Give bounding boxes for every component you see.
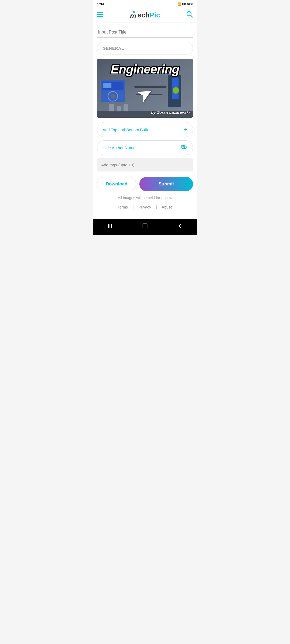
author-text: by Zoran Lazarevski (151, 110, 190, 115)
svg-rect-26 (110, 224, 110, 228)
svg-point-13 (111, 94, 115, 98)
battery-icon: 97% (187, 3, 193, 6)
svg-rect-27 (111, 224, 112, 228)
svg-rect-28 (143, 224, 147, 228)
submit-button[interactable]: Submit (139, 177, 193, 191)
app-logo: m ech Pic (129, 10, 160, 19)
nav-menu-icon[interactable] (107, 223, 113, 230)
bottom-buttons: Download Submit (97, 177, 193, 191)
wifi-icon: 📶 (177, 2, 181, 6)
main-content: GENERAL (93, 23, 197, 219)
status-time: 1:34 (97, 2, 104, 6)
logo-ech: ech (137, 11, 150, 19)
status-bar: 1:34 📶 HD 97% (93, 0, 197, 8)
search-icon[interactable] (186, 11, 193, 19)
eye-hidden-icon (180, 144, 187, 151)
image-preview: Engineering ➤ by Zoran Lazarevski (97, 59, 193, 118)
plus-icon: + (184, 126, 187, 133)
svg-rect-25 (108, 224, 109, 228)
nav-back-icon[interactable] (177, 223, 183, 230)
logo-pic: Pic (150, 11, 160, 19)
status-icons: 📶 HD 97% (177, 2, 193, 6)
hide-author-button[interactable]: Hide Author Name (97, 140, 193, 155)
svg-rect-0 (97, 12, 103, 13)
svg-line-6 (191, 15, 193, 17)
add-buffer-label: Add Top and Bottom Buffer (103, 127, 151, 132)
privacy-link[interactable]: Privacy (134, 205, 156, 209)
svg-text:m: m (130, 12, 136, 19)
abuse-link[interactable]: Abuse (157, 205, 177, 209)
image-title: Engineering (97, 62, 193, 76)
signal-icon: HD (182, 3, 186, 6)
hamburger-icon[interactable] (97, 12, 103, 19)
hide-author-label: Hide Author Name (103, 145, 136, 150)
svg-point-22 (173, 87, 179, 94)
post-title-input[interactable] (97, 27, 193, 38)
terms-link[interactable]: Terms (113, 205, 133, 209)
download-button[interactable]: Download (97, 177, 136, 191)
app-header: m ech Pic (93, 8, 197, 23)
svg-rect-1 (97, 14, 103, 15)
tags-input[interactable] (97, 158, 193, 171)
footer-links: Terms | Privacy | Abuse (97, 205, 193, 210)
category-value: GENERAL (103, 46, 124, 50)
footer-note: All images will be held for review (97, 196, 193, 200)
svg-rect-11 (103, 83, 111, 88)
add-buffer-button[interactable]: Add Top and Bottom Buffer + (97, 122, 193, 137)
svg-rect-2 (97, 16, 103, 17)
nav-bar (93, 219, 197, 235)
category-selector[interactable]: GENERAL (97, 42, 193, 54)
nav-home-icon[interactable] (142, 223, 148, 230)
